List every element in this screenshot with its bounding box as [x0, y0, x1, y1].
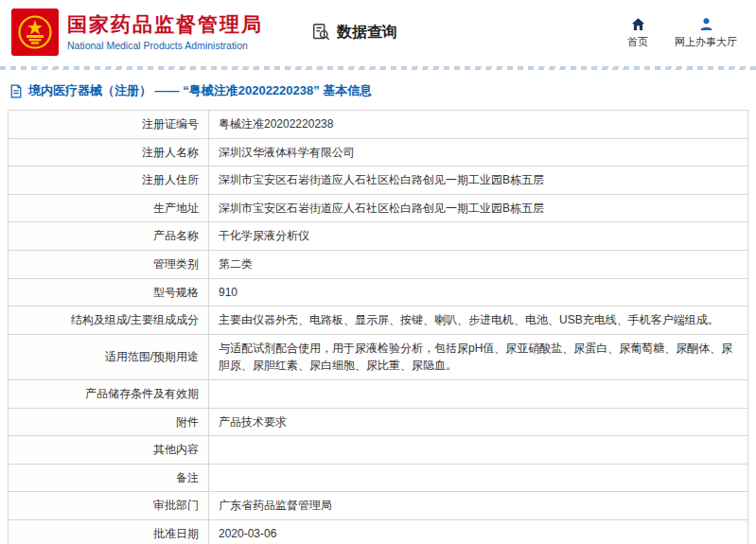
row-value: 与适配试剂配合使用，用于尿液检验分析，包括尿pH值、尿亚硝酸盐、尿蛋白、尿葡萄糖…: [209, 334, 748, 379]
table-row: 生产地址 深圳市宝安区石岩街道应人石社区松白路创见一期工业园B栋五层: [9, 194, 748, 222]
nav-home[interactable]: 首页: [627, 16, 648, 49]
row-label: 批准日期: [9, 519, 209, 544]
row-value: 深圳市宝安区石岩街道应人石社区松白路创见一期工业园B栋五层: [209, 194, 748, 222]
row-label: 审批部门: [9, 492, 209, 520]
row-value: [209, 379, 748, 408]
table-row: 批准日期 2020-03-06: [9, 519, 748, 544]
row-label: 产品储存条件及有效期: [9, 379, 209, 408]
table-row: 注册人名称 深圳汉华液体科学有限公司: [9, 138, 748, 167]
row-value: 粤械注准20202220238: [209, 111, 748, 139]
row-label: 生产地址: [9, 194, 209, 222]
row-value: 第二类: [209, 250, 748, 278]
row-value: 深圳汉华液体科学有限公司: [209, 138, 748, 167]
row-value: 产品技术要求: [209, 408, 748, 436]
registration-info-table: 注册证编号 粤械注准20202220238 注册人名称 深圳汉华液体科学有限公司…: [8, 110, 748, 544]
table-row: 型号规格 910: [9, 278, 748, 307]
row-label: 备注: [9, 464, 209, 492]
data-query-title: 数据查询: [310, 22, 397, 43]
row-value: 主要由仪器外壳、电路板、显示屏、按键、喇叭、步进电机、电池、USB充电线、手机客…: [209, 307, 748, 335]
top-nav: 首页 网上办事大厅: [627, 16, 741, 49]
row-label: 附件: [9, 408, 209, 436]
row-label: 结构及组成/主要组成成分: [9, 307, 209, 335]
table-row: 注册人住所 深圳市宝安区石岩街道应人石社区松白路创见一期工业园B栋五层: [9, 167, 748, 195]
person-icon: [698, 16, 714, 32]
row-label: 产品名称: [9, 222, 209, 251]
row-label: 管理类别: [9, 250, 209, 278]
brand-text: 国家药品监督管理局 National Medical Products Admi…: [67, 13, 263, 51]
table-row: 产品储存条件及有效期: [9, 379, 748, 408]
row-label: 注册人名称: [9, 138, 209, 167]
row-value: 910: [209, 278, 748, 307]
table-row: 其他内容: [9, 436, 748, 465]
data-query-icon: [310, 22, 331, 43]
table-row: 适用范围/预期用途 与适配试剂配合使用，用于尿液检验分析，包括尿pH值、尿亚硝酸…: [9, 334, 748, 379]
row-label: 注册证编号: [9, 111, 209, 139]
table-row: 管理类别 第二类: [9, 250, 748, 278]
org-name-cn: 国家药品监督管理局: [67, 13, 263, 36]
data-query-label: 数据查询: [337, 23, 397, 43]
table-row: 备注: [9, 464, 748, 492]
table-row: 审批部门 广东省药品监督管理局: [9, 492, 748, 520]
row-label: 适用范围/预期用途: [9, 334, 209, 379]
table-row: 结构及组成/主要组成成分 主要由仪器外壳、电路板、显示屏、按键、喇叭、步进电机、…: [9, 307, 748, 335]
nav-online-hall[interactable]: 网上办事大厅: [675, 16, 737, 49]
national-emblem-icon: [11, 9, 59, 56]
org-name-en: National Medical Products Administration: [67, 40, 263, 51]
table-row: 产品名称 干化学尿液分析仪: [9, 222, 748, 251]
nav-online-hall-label: 网上办事大厅: [675, 35, 737, 49]
row-label: 注册人住所: [9, 167, 209, 195]
row-value: [209, 436, 748, 465]
table-row: 注册证编号 粤械注准20202220238: [9, 111, 748, 139]
home-icon: [630, 16, 646, 32]
row-value: 2020-03-06: [209, 519, 748, 544]
table-row: 附件 产品技术要求: [9, 408, 748, 436]
row-label: 其他内容: [9, 436, 209, 465]
row-label: 型号规格: [9, 278, 209, 307]
document-icon: [9, 84, 23, 98]
top-bar: 国家药品监督管理局 National Medical Products Admi…: [0, 0, 756, 64]
row-value: 深圳市宝安区石岩街道应人石社区松白路创见一期工业园B栋五层: [209, 167, 748, 195]
row-value: 广东省药品监督管理局: [209, 492, 748, 520]
nav-home-label: 首页: [627, 35, 648, 49]
breadcrumb-text: 境内医疗器械（注册） —— “粤械注准20202220238” 基本信息: [28, 82, 372, 99]
row-value: 干化学尿液分析仪: [209, 222, 748, 251]
brand: 国家药品监督管理局 National Medical Products Admi…: [11, 9, 263, 56]
row-value: [209, 464, 748, 492]
breadcrumb: 境内医疗器械（注册） —— “粤械注准20202220238” 基本信息: [0, 70, 756, 108]
